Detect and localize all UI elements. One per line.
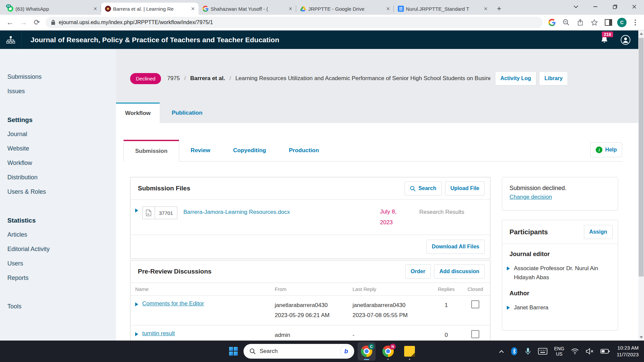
- volume-muted-icon[interactable]: [586, 348, 594, 355]
- bluetooth-icon[interactable]: [511, 347, 518, 356]
- bing-icon[interactable]: [340, 345, 352, 357]
- search-placeholder: Search: [260, 348, 336, 355]
- submission-title: Learning Resources Utilization and Acade…: [235, 75, 490, 82]
- start-button[interactable]: [227, 345, 240, 358]
- language-indicator[interactable]: ENGUS: [554, 346, 564, 357]
- google-g-icon[interactable]: [547, 17, 557, 28]
- url-bar[interactable]: ejournal.upsi.edu.my/index.php/JRPPTTE/w…: [46, 17, 543, 28]
- close-window-icon[interactable]: [625, 0, 644, 13]
- sidebar-item-distribution[interactable]: Distribution: [7, 170, 116, 185]
- sidebar-item-issues[interactable]: Issues: [7, 84, 116, 99]
- touch-keyboard-icon[interactable]: [538, 348, 547, 355]
- sidebar-item-workflow[interactable]: Workflow: [7, 156, 116, 170]
- reload-icon[interactable]: ⟳: [30, 16, 44, 29]
- workflow-publication-tabs: Workflow Publication: [116, 103, 215, 123]
- tab-barrera-active[interactable]: Barrera et al. | Learning Re: [101, 3, 199, 15]
- file-row: w 37701 Barrera-Jamora-Learning Resource…: [130, 200, 490, 235]
- taskbar-search[interactable]: Search: [244, 344, 354, 359]
- taskbar-sticky-notes[interactable]: [400, 342, 419, 361]
- stage-tab-production[interactable]: Production: [277, 140, 330, 161]
- library-button[interactable]: Library: [539, 71, 568, 85]
- file-name-link[interactable]: Barrera-Jamora-Learning Resources.docx: [183, 206, 380, 216]
- tab-publication[interactable]: Publication: [160, 103, 215, 123]
- participant-name: Associate Professor Dr. Nurul Ain Hidaya…: [514, 264, 610, 282]
- tab-gdoc[interactable]: Nurul.JRPPTTE_Standard T: [394, 3, 491, 15]
- tab-close-icon[interactable]: [483, 6, 489, 12]
- zoom-out-icon[interactable]: [561, 17, 572, 28]
- sidebar-item-journal[interactable]: Journal: [7, 127, 116, 141]
- participant-item[interactable]: Janet Barrera: [502, 299, 618, 313]
- wifi-icon[interactable]: [571, 348, 579, 354]
- tab-title: Shahazwan Mat Yusoff - (: [211, 6, 285, 12]
- sticky-notes-icon: [404, 346, 415, 357]
- sidebar-item-reports[interactable]: Reports: [7, 271, 116, 285]
- window-menu-chevron-icon[interactable]: [566, 0, 586, 13]
- scrollbar-thumb[interactable]: [639, 38, 644, 277]
- expand-triangle-icon[interactable]: [135, 332, 138, 336]
- replies-count: 1: [430, 300, 462, 320]
- change-decision-link[interactable]: Change decision: [509, 194, 552, 200]
- sidebar-item-website[interactable]: Website: [7, 141, 116, 156]
- scroll-up-arrow[interactable]: [640, 33, 643, 35]
- upload-file-button[interactable]: Upload File: [445, 181, 485, 195]
- tab-close-icon[interactable]: [190, 6, 196, 12]
- bookmark-star-icon[interactable]: [589, 17, 600, 28]
- activity-log-button[interactable]: Activity Log: [495, 71, 537, 85]
- discussions-table-header: Name From Last Reply Replies Closed: [130, 283, 490, 295]
- battery-icon[interactable]: [600, 349, 610, 354]
- whatsapp-unread-badge: 63: [6, 4, 11, 8]
- participant-item[interactable]: Associate Professor Dr. Nurul Ain Hidaya…: [502, 260, 618, 283]
- browser-toolbar: ← → ⟳ ejournal.upsi.edu.my/index.php/JRP…: [0, 15, 644, 30]
- sidebar-item-tools[interactable]: Tools: [7, 299, 116, 314]
- url-text: ejournal.upsi.edu.my/index.php/JRPPTTE/w…: [59, 19, 213, 25]
- taskbar-chrome-1[interactable]: C: [358, 342, 376, 361]
- scroll-down-arrow[interactable]: [640, 336, 643, 339]
- discussion-link[interactable]: Comments for the Editor: [142, 300, 204, 307]
- forward-icon[interactable]: →: [17, 16, 30, 29]
- tab-workflow[interactable]: Workflow: [116, 103, 160, 123]
- microphone-icon[interactable]: [525, 347, 531, 355]
- download-all-files-button[interactable]: Download All Files: [426, 240, 485, 254]
- stage-tab-submission[interactable]: Submission: [123, 140, 179, 162]
- back-icon[interactable]: ←: [3, 16, 17, 29]
- expand-triangle-icon[interactable]: [135, 302, 138, 306]
- tab-close-icon[interactable]: [385, 6, 391, 12]
- assign-button[interactable]: Assign: [584, 225, 612, 239]
- sidebar-item-editorial-activity[interactable]: Editorial Activity: [7, 242, 116, 256]
- clock[interactable]: 10:23 AM11/7/2023: [616, 345, 639, 358]
- expand-triangle-icon[interactable]: [507, 266, 510, 270]
- sidebar-item-submissions[interactable]: Submissions: [7, 70, 116, 84]
- closed-checkbox[interactable]: [471, 300, 479, 308]
- tab-gdrive[interactable]: JRPPTTE - Google Drive: [296, 3, 394, 15]
- sidebar-item-users[interactable]: Users: [7, 256, 116, 271]
- tab-close-icon[interactable]: [92, 6, 98, 12]
- discussion-link[interactable]: turnitin result: [142, 330, 175, 337]
- tray-chevron-up-icon[interactable]: [499, 350, 504, 353]
- add-discussion-button[interactable]: Add discussion: [434, 264, 485, 279]
- sidebar-item-users-roles[interactable]: Users & Roles: [7, 185, 116, 199]
- tab-close-icon[interactable]: [287, 6, 293, 12]
- search-files-button[interactable]: Search: [405, 181, 441, 195]
- restore-icon[interactable]: [605, 0, 625, 13]
- stage-tab-review[interactable]: Review: [179, 140, 222, 161]
- user-menu-avatar-icon[interactable]: [621, 35, 631, 45]
- share-icon[interactable]: [575, 17, 586, 28]
- expand-triangle-icon[interactable]: [135, 208, 138, 213]
- sidebar-item-articles[interactable]: Articles: [7, 228, 116, 242]
- new-tab-button[interactable]: [494, 4, 504, 14]
- minimize-icon[interactable]: [586, 0, 605, 13]
- taskbar-chrome-2[interactable]: N: [379, 342, 397, 361]
- closed-checkbox[interactable]: [471, 330, 479, 338]
- stage-tab-copyediting[interactable]: Copyediting: [222, 140, 277, 161]
- tab-shahazwan[interactable]: Shahazwan Mat Yusoff - (: [199, 3, 296, 15]
- sitemap-icon[interactable]: [0, 36, 21, 44]
- profile-avatar[interactable]: C: [617, 18, 627, 27]
- help-button[interactable]: Help: [590, 142, 622, 157]
- notifications-bell[interactable]: 218: [600, 36, 608, 44]
- side-panel-icon[interactable]: [603, 17, 614, 28]
- order-button[interactable]: Order: [405, 264, 431, 279]
- expand-triangle-icon[interactable]: [507, 306, 510, 310]
- browser-menu-icon[interactable]: [630, 17, 641, 28]
- page-scrollbar[interactable]: [638, 31, 644, 341]
- tab-whatsapp[interactable]: 63 (63) WhatsApp: [3, 3, 101, 15]
